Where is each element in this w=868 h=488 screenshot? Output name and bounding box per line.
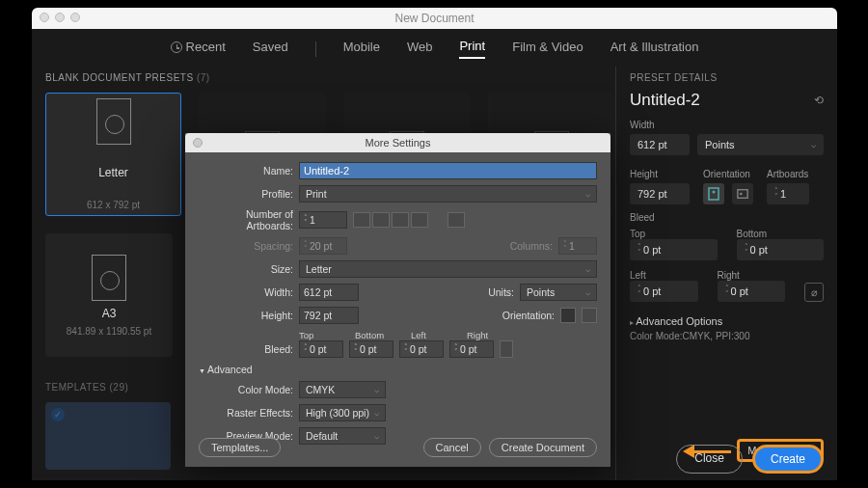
bleed-bottom-input[interactable]: ˄˅0 pt bbox=[349, 340, 393, 358]
check-icon: ✓ bbox=[51, 408, 65, 421]
sync-icon[interactable]: ⟲ bbox=[814, 94, 824, 107]
orientation-label: Orientation bbox=[703, 169, 753, 179]
orientation-label: Orientation: bbox=[502, 310, 555, 321]
clock-icon bbox=[171, 41, 182, 53]
profile-select[interactable]: Print⌵ bbox=[299, 185, 597, 203]
preset-size: 841.89 x 1190.55 pt bbox=[67, 326, 151, 337]
units-select[interactable]: Points⌵ bbox=[520, 284, 597, 301]
arrange-col-icon[interactable] bbox=[411, 212, 428, 228]
tab-print[interactable]: Print bbox=[459, 39, 485, 59]
profile-label: Profile: bbox=[199, 188, 293, 200]
bleed-top-input[interactable]: ˄˅0 pt bbox=[299, 340, 343, 358]
preset-name: A3 bbox=[102, 307, 117, 320]
cancel-button[interactable]: Cancel bbox=[423, 438, 481, 457]
bleed-left-field[interactable]: ˄˅0 pt bbox=[630, 281, 698, 302]
preset-a3[interactable]: A3 841.89 x 1190.55 pt bbox=[45, 233, 173, 357]
category-tabs: Recent Saved Mobile Web Print Film & Vid… bbox=[32, 29, 837, 67]
document-name[interactable]: Untitled-2 ⟲ bbox=[630, 91, 824, 110]
chevron-down-icon: ⌵ bbox=[374, 385, 379, 394]
width-label: Width bbox=[630, 120, 824, 130]
svg-rect-2 bbox=[738, 190, 747, 199]
spacing-input: ˄˅20 pt bbox=[299, 237, 347, 255]
window-title: New Document bbox=[394, 12, 474, 25]
tab-divider bbox=[315, 41, 316, 57]
chevron-down-icon: ⌵ bbox=[585, 189, 590, 199]
bleed-label: Bleed: bbox=[199, 343, 293, 355]
advanced-options-toggle[interactable]: Advanced Options bbox=[630, 315, 824, 327]
width-input[interactable]: 612 pt bbox=[299, 284, 359, 301]
artboards-input[interactable]: ˄˅1 bbox=[299, 211, 347, 229]
minimize-window-icon[interactable] bbox=[55, 13, 65, 22]
zoom-window-icon[interactable] bbox=[70, 13, 80, 22]
tab-saved[interactable]: Saved bbox=[253, 40, 288, 58]
orientation-portrait[interactable] bbox=[703, 183, 724, 204]
name-label: Name: bbox=[199, 165, 293, 176]
grid-arrangement bbox=[353, 212, 428, 228]
units-select[interactable]: Points⌵ bbox=[697, 134, 824, 155]
more-settings-dialog: More Settings Name: Untitled-2 Profile: … bbox=[185, 133, 610, 467]
close-dialog-icon[interactable] bbox=[193, 138, 203, 148]
orientation-landscape-icon[interactable] bbox=[582, 308, 597, 323]
tab-mobile[interactable]: Mobile bbox=[343, 40, 380, 58]
preset-name: Letter bbox=[98, 166, 128, 179]
columns-input: ˄˅1 bbox=[558, 237, 597, 255]
template-card[interactable]: ✓ bbox=[45, 402, 171, 470]
orientation-portrait-icon[interactable] bbox=[560, 308, 576, 323]
tab-art-illustration[interactable]: Art & Illustration bbox=[610, 40, 699, 58]
preset-details-panel: PRESET DETAILS Untitled-2 ⟲ Width 612 pt… bbox=[615, 67, 837, 480]
height-field[interactable]: 792 pt bbox=[630, 183, 690, 204]
bleed-right-input[interactable]: ˄˅0 pt bbox=[449, 340, 494, 358]
size-label: Size: bbox=[199, 263, 293, 275]
svg-rect-0 bbox=[709, 188, 719, 200]
artboards-label: Artboards bbox=[767, 169, 809, 179]
chevron-down-icon: ⌵ bbox=[585, 264, 590, 274]
raster-label: Raster Effects: bbox=[199, 407, 293, 419]
bleed-right-field[interactable]: ˄˅0 pt bbox=[718, 281, 786, 302]
height-input[interactable]: 792 pt bbox=[299, 307, 359, 324]
arrange-row-icon[interactable] bbox=[392, 212, 409, 228]
svg-point-1 bbox=[713, 191, 716, 194]
page-icon bbox=[92, 255, 126, 301]
units-label: Units: bbox=[488, 286, 514, 298]
advanced-toggle[interactable]: Advanced bbox=[199, 364, 597, 375]
raster-select[interactable]: High (300 ppi)⌵ bbox=[299, 404, 386, 421]
size-select[interactable]: Letter⌵ bbox=[299, 260, 597, 278]
link-icon[interactable]: ⌀ bbox=[804, 283, 824, 302]
artboards-label: Number of Artboards: bbox=[199, 208, 293, 231]
color-mode-label: Color Mode: bbox=[199, 384, 293, 395]
grid-by-row-icon[interactable] bbox=[353, 212, 370, 228]
bleed-bottom-field[interactable]: ˄˅0 pt bbox=[737, 239, 825, 260]
close-button[interactable]: Close bbox=[676, 445, 743, 474]
name-input[interactable]: Untitled-2 bbox=[299, 162, 597, 179]
columns-label: Columns: bbox=[510, 240, 553, 252]
preset-letter[interactable]: Letter 612 x 792 pt bbox=[45, 93, 181, 216]
create-document-button[interactable]: Create Document bbox=[489, 438, 597, 457]
tab-film-video[interactable]: Film & Video bbox=[512, 40, 583, 58]
height-label: Height: bbox=[199, 310, 293, 321]
color-mode-info: Color Mode:CMYK, PPI:300 bbox=[630, 331, 824, 341]
grid-by-col-icon[interactable] bbox=[372, 212, 390, 228]
templates-button[interactable]: Templates... bbox=[199, 438, 281, 457]
svg-point-3 bbox=[740, 193, 743, 196]
tab-web[interactable]: Web bbox=[407, 40, 433, 58]
presets-heading: BLANK DOCUMENT PRESETS (7) bbox=[45, 72, 615, 83]
window-titlebar: New Document bbox=[32, 8, 837, 29]
link-bleed-icon[interactable] bbox=[500, 340, 513, 358]
page-icon bbox=[96, 98, 131, 145]
chevron-down-icon: ⌵ bbox=[585, 287, 590, 297]
dialog-titlebar: More Settings bbox=[185, 133, 610, 152]
chevron-down-icon: ⌵ bbox=[811, 140, 816, 149]
width-field[interactable]: 612 pt bbox=[630, 134, 690, 155]
traffic-lights bbox=[40, 13, 80, 22]
height-label: Height bbox=[630, 169, 690, 179]
tab-recent[interactable]: Recent bbox=[171, 40, 226, 58]
orientation-landscape[interactable] bbox=[732, 183, 753, 204]
chevron-down-icon: ⌵ bbox=[374, 408, 379, 418]
create-button[interactable]: Create bbox=[752, 445, 824, 474]
layout-direction-icon[interactable] bbox=[448, 212, 465, 228]
bleed-top-field[interactable]: ˄˅0 pt bbox=[630, 239, 718, 260]
close-window-icon[interactable] bbox=[40, 13, 49, 22]
bleed-left-input[interactable]: ˄˅0 pt bbox=[399, 340, 444, 358]
color-mode-select[interactable]: CMYK⌵ bbox=[299, 381, 386, 398]
artboards-field[interactable]: ˄˅1 bbox=[767, 183, 809, 204]
